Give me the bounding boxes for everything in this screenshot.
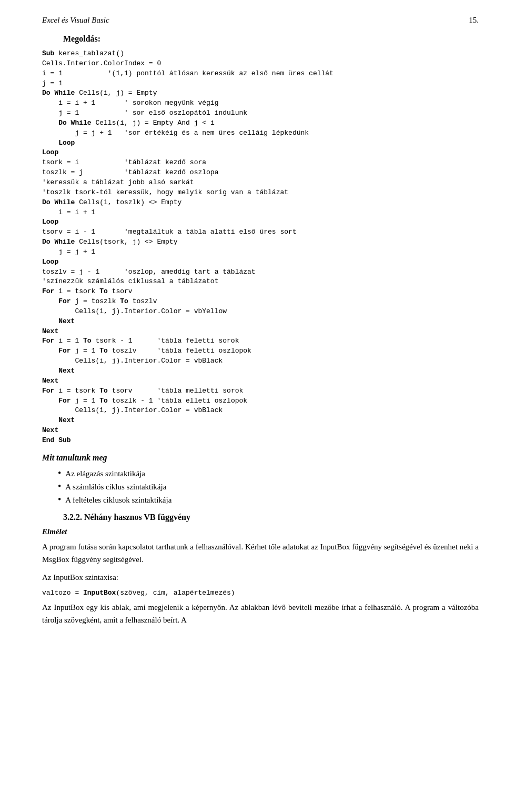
solution-heading: Megoldás: bbox=[63, 34, 479, 44]
code-block: Sub keres_tablazat() Cells.Interior.Colo… bbox=[42, 49, 479, 446]
page-number: 15. bbox=[469, 16, 479, 25]
subsection-number: 3.2.2. bbox=[63, 513, 82, 522]
list-item: Az elágazás szintaktikája bbox=[58, 468, 479, 479]
page-header: Excel és Visual Basic 15. bbox=[42, 16, 479, 25]
subsection-title: Néhány hasznos VB függvény bbox=[84, 513, 190, 522]
body-paragraph-1: A program futása során kapcsolatot tarth… bbox=[42, 540, 479, 566]
body-paragraph-3: Az InputBox egy kis ablak, ami megjeleni… bbox=[42, 601, 479, 626]
mit-tanultunk-heading: Mit tanultunk meg bbox=[42, 453, 479, 463]
subsection-heading: 3.2.2. Néhány hasznos VB függvény bbox=[63, 513, 479, 522]
syntax-line: valtozo = InputBox(szöveg, cím, alapérte… bbox=[42, 589, 479, 597]
elmeleti-heading: Elmélet bbox=[42, 527, 479, 536]
bullet-list: Az elágazás szintaktikájaA számlálós cik… bbox=[58, 468, 479, 505]
page-title-left: Excel és Visual Basic bbox=[42, 16, 109, 25]
body-paragraph-2: Az InputBox szintaxisa: bbox=[42, 571, 479, 584]
list-item: A számlálós ciklus szintaktikája bbox=[58, 481, 479, 492]
list-item: A feltételes ciklusok szintaktikája bbox=[58, 494, 479, 505]
